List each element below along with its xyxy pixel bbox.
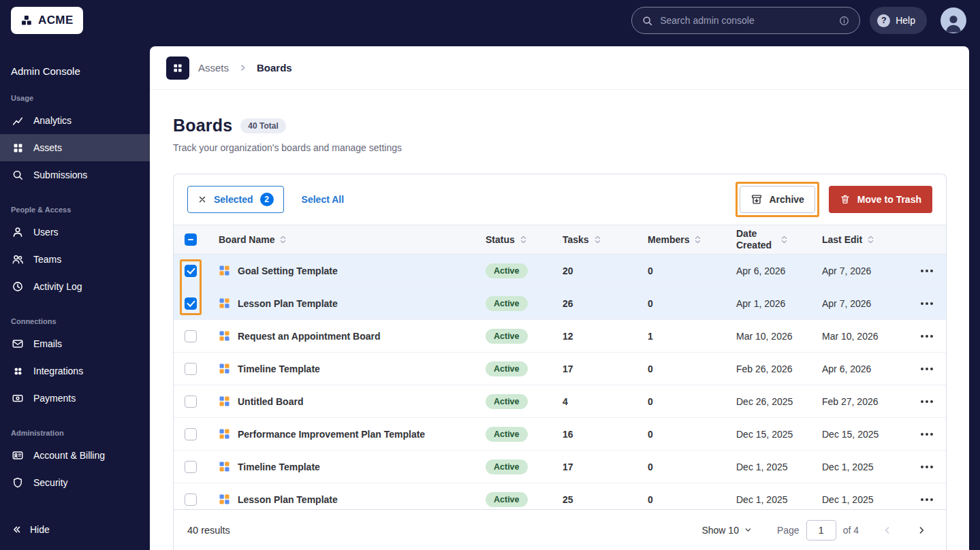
row-actions-button[interactable] [920, 491, 934, 508]
sort-icon[interactable] [867, 235, 874, 244]
help-button[interactable]: Help [870, 7, 927, 34]
row-checkbox[interactable] [185, 395, 197, 408]
table-row: Lesson Plan Template Active 26 0 Apr 1, … [174, 287, 946, 320]
previous-page-button[interactable] [878, 521, 897, 540]
status-badge: Active [486, 361, 528, 376]
row-actions-button[interactable] [920, 459, 934, 475]
clear-selection-button[interactable]: Selected 2 [187, 186, 284, 213]
sidebar-item-submissions[interactable]: Submissions [0, 161, 150, 189]
row-actions-button[interactable] [920, 393, 934, 410]
row-actions-button[interactable] [920, 361, 934, 377]
hide-sidebar-button[interactable]: Hide [0, 516, 59, 543]
select-all-checkbox[interactable] [185, 233, 197, 246]
sort-icon[interactable] [279, 235, 287, 244]
row-checkbox[interactable] [185, 428, 197, 440]
section-label-people-access: People & Access [11, 206, 139, 214]
search-input[interactable] [660, 15, 832, 26]
main-panel: Assets Boards Boards 40 Total Track your… [150, 46, 969, 550]
tasks-count: 17 [563, 363, 648, 374]
teams-icon [11, 253, 25, 265]
acme-logo[interactable]: ACME [11, 7, 83, 34]
board-name[interactable]: Timeline Template [238, 363, 320, 374]
last-edit: Mar 10, 2026 [822, 331, 908, 342]
info-icon[interactable] [838, 15, 850, 27]
row-checkbox[interactable] [185, 330, 197, 342]
next-page-button[interactable] [912, 521, 931, 540]
page-number-input[interactable] [806, 520, 836, 540]
column-last-edit[interactable]: Last Edit [822, 234, 862, 245]
column-status[interactable]: Status [486, 234, 515, 245]
sidebar-item-security[interactable]: Security [0, 469, 150, 496]
members-count: 1 [648, 331, 736, 342]
row-actions-button[interactable] [920, 328, 934, 344]
sidebar-item-payments[interactable]: Payments [0, 385, 150, 412]
page-size-label: Show 10 [701, 525, 738, 536]
avatar[interactable] [941, 7, 966, 33]
sidebar-item-activity-log[interactable]: Activity Log [0, 273, 150, 300]
date-created: Apr 1, 2026 [736, 298, 822, 309]
section-label-usage: Usage [11, 94, 139, 102]
admin-search[interactable] [631, 7, 860, 34]
status-badge: Active [486, 459, 528, 474]
board-name[interactable]: Lesson Plan Template [238, 494, 338, 505]
breadcrumb-parent[interactable]: Assets [198, 62, 229, 74]
assets-breadcrumb-icon[interactable] [166, 56, 189, 80]
board-name[interactable]: Performance Improvement Plan Template [238, 429, 425, 440]
board-icon [219, 297, 230, 309]
date-created: Mar 10, 2026 [736, 331, 822, 342]
row-checkbox[interactable] [185, 461, 197, 473]
sort-icon[interactable] [780, 235, 788, 244]
tasks-count: 25 [563, 494, 648, 505]
board-name[interactable]: Timeline Template [238, 462, 320, 472]
column-members[interactable]: Members [648, 234, 689, 245]
sidebar-item-account-billing[interactable]: Account & Billing [0, 442, 150, 469]
select-all-button[interactable]: Select All [302, 194, 345, 205]
section-label-connections: Connections [11, 317, 139, 325]
sidebar-item-users[interactable]: Users [0, 219, 150, 246]
row-checkbox[interactable] [185, 494, 197, 506]
row-checkbox[interactable] [185, 265, 197, 277]
chevron-down-icon [744, 525, 753, 534]
sidebar-item-analytics[interactable]: Analytics [0, 107, 150, 134]
column-date-created[interactable]: Date Created [736, 228, 776, 251]
sort-icon[interactable] [520, 235, 527, 244]
move-to-trash-button[interactable]: Move to Trash [829, 186, 932, 213]
date-created: Dec 1, 2025 [736, 494, 822, 505]
column-tasks[interactable]: Tasks [563, 234, 589, 245]
sidebar-item-label: Emails [33, 338, 62, 349]
board-name[interactable]: Lesson Plan Template [238, 298, 338, 309]
sort-icon[interactable] [694, 235, 701, 244]
table-row: Timeline Template Active 17 0 Feb 26, 20… [174, 353, 946, 385]
page-size-select[interactable]: Show 10 [701, 525, 752, 536]
submissions-icon [11, 169, 25, 181]
security-icon [11, 476, 25, 489]
sidebar: Admin Console Usage Analytics Assets Sub… [0, 41, 150, 550]
question-icon [877, 14, 890, 27]
payments-icon [11, 392, 25, 404]
board-name[interactable]: Request an Appointment Board [238, 331, 381, 342]
hide-icon [10, 523, 23, 536]
sidebar-item-emails[interactable]: Emails [0, 330, 150, 357]
sort-icon[interactable] [594, 235, 601, 244]
board-name[interactable]: Goal Setting Template [238, 265, 338, 276]
row-actions-button[interactable] [920, 263, 934, 279]
row-actions-button[interactable] [920, 295, 934, 312]
row-checkbox[interactable] [185, 297, 197, 310]
board-name[interactable]: Untitled Board [238, 396, 303, 407]
column-board-name[interactable]: Board Name [219, 234, 274, 245]
sidebar-item-label: Activity Log [33, 281, 82, 292]
last-edit: Dec 1, 2025 [822, 462, 908, 472]
sidebar-item-assets[interactable]: Assets [0, 134, 150, 161]
users-icon [11, 226, 25, 238]
row-actions-button[interactable] [920, 426, 934, 442]
sidebar-item-integrations[interactable]: Integrations [0, 357, 150, 385]
last-edit: Apr 6, 2026 [822, 363, 908, 374]
row-checkbox[interactable] [185, 363, 197, 375]
sidebar-item-label: Account & Billing [33, 450, 105, 461]
members-count: 0 [648, 298, 736, 309]
sidebar-item-teams[interactable]: Teams [0, 246, 150, 273]
board-icon [219, 494, 230, 505]
members-count: 0 [648, 462, 736, 472]
archive-button[interactable]: Archive [740, 186, 815, 213]
sidebar-item-label: Payments [33, 393, 76, 404]
